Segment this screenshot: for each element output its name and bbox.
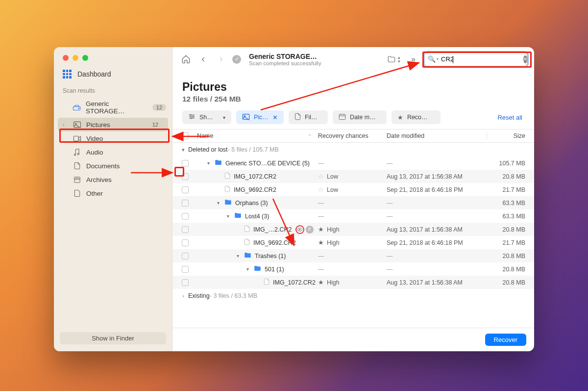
row-checkbox[interactable] <box>178 253 192 260</box>
group-name: Deleted or lost <box>188 146 228 153</box>
filter-file[interactable]: Fil… <box>289 110 328 124</box>
svg-rect-7 <box>74 178 79 182</box>
page-subtitle: 12 files / 254 MB <box>182 95 524 104</box>
chevron-icon[interactable]: ▾ <box>215 200 221 206</box>
table-row[interactable]: IMG_9692.CR2 ☆Low Sep 21, 2018 at 6:46:1… <box>172 183 534 196</box>
sidebar-item-storage[interactable]: › Generic STORAGE… 12 <box>54 97 172 118</box>
group-row[interactable]: ▾ Deleted or lost - 5 files / 105.7 MB <box>172 143 534 156</box>
app-window: Dashboard Scan results › Generic STORAGE… <box>54 47 534 351</box>
chevron-icon[interactable]: ▾ <box>245 266 250 272</box>
documents-icon <box>73 162 81 170</box>
table-row[interactable]: ▾ Lost4 (3) — — 63.3 MB <box>172 209 534 223</box>
row-name: IMG_9692.CR2 <box>234 186 276 193</box>
search-input[interactable] <box>441 55 523 63</box>
table-row[interactable]: ▾ Trashes (1) — — 20.8 MB <box>172 249 534 262</box>
hash-icon[interactable]: # <box>306 226 314 234</box>
sidebar-item-label: Video <box>86 135 103 142</box>
chevron-icon[interactable]: › <box>178 293 188 299</box>
sidebar-item-audio[interactable]: › Audio <box>54 145 172 159</box>
table-row[interactable]: ▾ Generic STO…GE DEVICE (5) — — 105.7 MB <box>172 156 534 170</box>
eye-icon[interactable] <box>295 225 304 234</box>
folder-picker[interactable]: ▴▾ <box>387 55 400 64</box>
row-checkbox[interactable] <box>178 279 192 286</box>
table-row[interactable]: ▾ 501 (1) — — 20.8 MB <box>172 262 534 276</box>
file-icon <box>244 238 250 247</box>
row-size: 63.3 MB <box>487 200 534 207</box>
filter-recovery[interactable]: ★ Reco… <box>392 110 441 124</box>
row-checkbox[interactable] <box>178 213 192 220</box>
svg-point-9 <box>193 116 194 117</box>
table-row[interactable]: IMG_…2.CR2 # ★High Aug 13, 2017 at 1:56:… <box>172 223 534 236</box>
reset-filters-button[interactable]: Reset all <box>497 114 524 121</box>
row-checkbox[interactable] <box>178 173 192 180</box>
chevron-icon[interactable]: ▾ <box>205 160 211 166</box>
home-icon[interactable] <box>179 53 192 66</box>
row-checkbox[interactable] <box>178 186 192 193</box>
zoom-icon[interactable] <box>82 55 88 61</box>
other-icon <box>73 189 81 197</box>
row-date: Aug 13, 2017 at 1:56:38 AM <box>387 173 487 180</box>
recovery-chance: High <box>327 239 340 246</box>
sidebar-item-video[interactable]: › Video <box>54 131 172 145</box>
group-row[interactable]: › Existing - 3 files / 63.3 MB <box>172 289 534 303</box>
star-icon: ★ <box>318 239 324 246</box>
table-row[interactable]: IMG_1072.CR2 ★High Aug 13, 2017 at 1:56:… <box>172 276 534 289</box>
row-recovery: — <box>318 213 387 220</box>
row-name: Generic STO…GE DEVICE (5) <box>225 160 310 167</box>
group-meta: - 3 files / 63.3 MB <box>210 292 257 299</box>
grid-icon <box>63 70 72 78</box>
dash: — <box>318 266 324 273</box>
filter-pictures[interactable]: Pic… ✕ <box>236 110 284 124</box>
row-checkbox[interactable] <box>178 226 192 233</box>
chevron-down-icon: ▾ <box>223 115 225 120</box>
search-input-wrap[interactable]: 🔍 ▾ ✕ <box>424 52 527 66</box>
row-date: — <box>387 160 487 167</box>
minimize-icon[interactable] <box>73 55 78 61</box>
chevron-icon[interactable]: ▾ <box>235 253 241 259</box>
table-row[interactable]: IMG_1072.CR2 ☆Low Aug 13, 2017 at 1:56:3… <box>172 170 534 183</box>
sidebar-item-pictures[interactable]: › Pictures 12 <box>58 118 168 131</box>
row-checkbox[interactable] <box>178 160 192 167</box>
table-row[interactable]: ▾ Orphans (3) — — 63.3 MB <box>172 196 534 209</box>
chevron-icon[interactable]: ▾ <box>225 213 231 219</box>
sidebar-item-documents[interactable]: › Documents <box>54 159 172 173</box>
video-icon <box>73 134 81 142</box>
group-meta: - 5 files / 105.7 MB <box>228 146 279 153</box>
nav-forward-icon[interactable] <box>215 53 227 66</box>
chevron-updown-icon: ▴▾ <box>398 55 400 63</box>
show-in-finder-button[interactable]: Show in Finder <box>60 332 166 344</box>
star-icon: ★ <box>318 226 324 233</box>
row-checkbox[interactable] <box>178 266 192 273</box>
dashboard-button[interactable]: Dashboard <box>54 68 172 85</box>
sidebar-item-archives[interactable]: › Archives <box>54 173 172 186</box>
folder-icon <box>215 159 222 167</box>
filter-date[interactable]: Date m… <box>333 110 387 124</box>
column-recovery[interactable]: Recovery chances <box>318 132 387 139</box>
sidebar-item-other[interactable]: › Other <box>54 186 172 200</box>
recover-button[interactable]: Recover <box>485 334 526 346</box>
more-icon[interactable]: » <box>411 55 416 64</box>
row-date: — <box>387 253 487 260</box>
picture-icon <box>242 113 250 122</box>
column-size[interactable]: Size <box>487 132 534 139</box>
row-size: 21.7 MB <box>487 186 534 193</box>
row-checkbox[interactable] <box>178 200 192 207</box>
column-name[interactable]: Name ⌃ <box>192 132 318 139</box>
chevron-icon[interactable]: ▾ <box>178 147 188 153</box>
toolbar: ✓ Generic STORAGE… Scan completed succes… <box>172 47 534 72</box>
column-date-modified[interactable]: Date modified <box>387 132 487 139</box>
folder-icon <box>234 212 242 220</box>
table-row[interactable]: IMG_9692.CR2 ★High Sep 21, 2018 at 6:46:… <box>172 236 534 249</box>
nav-back-icon[interactable] <box>197 53 210 66</box>
close-icon[interactable]: ✕ <box>272 114 278 121</box>
close-icon[interactable] <box>63 55 69 61</box>
row-checkbox[interactable] <box>178 239 192 246</box>
row-name: Lost4 (3) <box>245 213 269 220</box>
clear-search-icon[interactable]: ✕ <box>523 55 527 63</box>
row-name: IMG_…2.CR2 <box>253 226 292 233</box>
filter-show[interactable]: Sh… ▾ <box>182 110 231 124</box>
file-icon <box>264 278 270 287</box>
svg-point-6 <box>77 153 79 155</box>
row-recovery: ★High <box>318 239 387 246</box>
select-all-checkbox[interactable] <box>178 132 192 139</box>
